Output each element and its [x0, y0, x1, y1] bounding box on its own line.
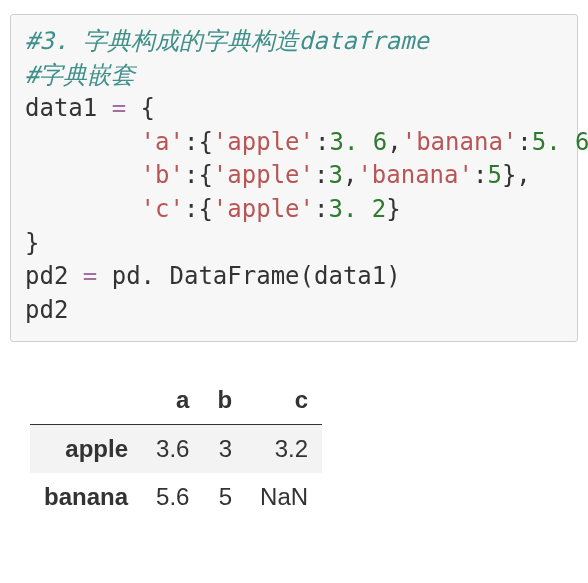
colon: : — [184, 161, 198, 189]
output-area: a b c apple 3.6 3 3.2 banana 5.6 5 NaN — [30, 376, 578, 521]
column-header: b — [203, 376, 246, 425]
dot: . — [141, 262, 170, 290]
number: 3. 6 — [329, 128, 387, 156]
brace: } — [502, 161, 516, 189]
code-line: pd2 = pd. DataFrame(data1) — [25, 260, 563, 294]
colon: : — [184, 195, 198, 223]
comma: , — [516, 161, 530, 189]
comma: , — [387, 128, 401, 156]
corner-cell — [30, 376, 142, 425]
brace: { — [198, 195, 212, 223]
code-line: 'a':{'apple':3. 6,'banana':5. 6}, — [25, 126, 563, 160]
brace: } — [25, 229, 39, 257]
notebook-cell: #3. 字典构成的字典构造dataframe #字典嵌套 data1 = { '… — [0, 0, 588, 533]
identifier: pd2 — [25, 296, 68, 324]
operator: = — [83, 262, 112, 290]
identifier: DataFrame — [170, 262, 300, 290]
brace: { — [198, 128, 212, 156]
cell: 5 — [203, 473, 246, 521]
indent — [25, 161, 141, 189]
cell: 3 — [203, 425, 246, 474]
string: 'apple' — [213, 195, 314, 223]
row-label: apple — [30, 425, 142, 474]
number: 3. 2 — [328, 195, 386, 223]
code-line: #字典嵌套 — [25, 59, 563, 93]
column-header: a — [142, 376, 203, 425]
comma: , — [343, 161, 357, 189]
table-row: banana 5.6 5 NaN — [30, 473, 322, 521]
code-line: pd2 — [25, 294, 563, 328]
table-body: apple 3.6 3 3.2 banana 5.6 5 NaN — [30, 425, 322, 522]
brace: { — [141, 94, 155, 122]
string: 'apple' — [213, 128, 314, 156]
code-input-box[interactable]: #3. 字典构成的字典构造dataframe #字典嵌套 data1 = { '… — [10, 14, 578, 342]
cell: 5.6 — [142, 473, 203, 521]
brace: { — [198, 161, 212, 189]
column-header: c — [246, 376, 322, 425]
row-label: banana — [30, 473, 142, 521]
cell: 3.2 — [246, 425, 322, 474]
table-header-row: a b c — [30, 376, 322, 425]
comment: #3. 字典构成的字典构造dataframe — [25, 27, 429, 55]
number: 5. 6 — [532, 128, 588, 156]
colon: : — [184, 128, 198, 156]
identifier: data1 — [314, 262, 386, 290]
code-line: 'c':{'apple':3. 2} — [25, 193, 563, 227]
cell: 3.6 — [142, 425, 203, 474]
indent — [25, 195, 141, 223]
string: 'banana' — [357, 161, 473, 189]
table-row: apple 3.6 3 3.2 — [30, 425, 322, 474]
colon: : — [314, 195, 328, 223]
code-line: data1 = { — [25, 92, 563, 126]
identifier: data1 — [25, 94, 112, 122]
string: 'c' — [141, 195, 184, 223]
code-line: 'b':{'apple':3,'banana':5}, — [25, 159, 563, 193]
number: 5 — [487, 161, 501, 189]
string: 'a' — [141, 128, 184, 156]
brace: } — [386, 195, 400, 223]
colon: : — [517, 128, 531, 156]
table-head: a b c — [30, 376, 322, 425]
cell: NaN — [246, 473, 322, 521]
code-line: #3. 字典构成的字典构造dataframe — [25, 25, 563, 59]
identifier: pd2 — [25, 262, 83, 290]
colon: : — [314, 161, 328, 189]
colon: : — [473, 161, 487, 189]
colon: : — [315, 128, 329, 156]
paren: ( — [300, 262, 314, 290]
comment: #字典嵌套 — [25, 61, 135, 89]
indent — [25, 128, 141, 156]
paren: ) — [386, 262, 400, 290]
number: 3 — [328, 161, 342, 189]
string: 'b' — [141, 161, 184, 189]
code-line: } — [25, 227, 563, 261]
identifier: pd — [112, 262, 141, 290]
string: 'banana' — [402, 128, 518, 156]
dataframe-table: a b c apple 3.6 3 3.2 banana 5.6 5 NaN — [30, 376, 322, 521]
operator: = — [112, 94, 141, 122]
string: 'apple' — [213, 161, 314, 189]
